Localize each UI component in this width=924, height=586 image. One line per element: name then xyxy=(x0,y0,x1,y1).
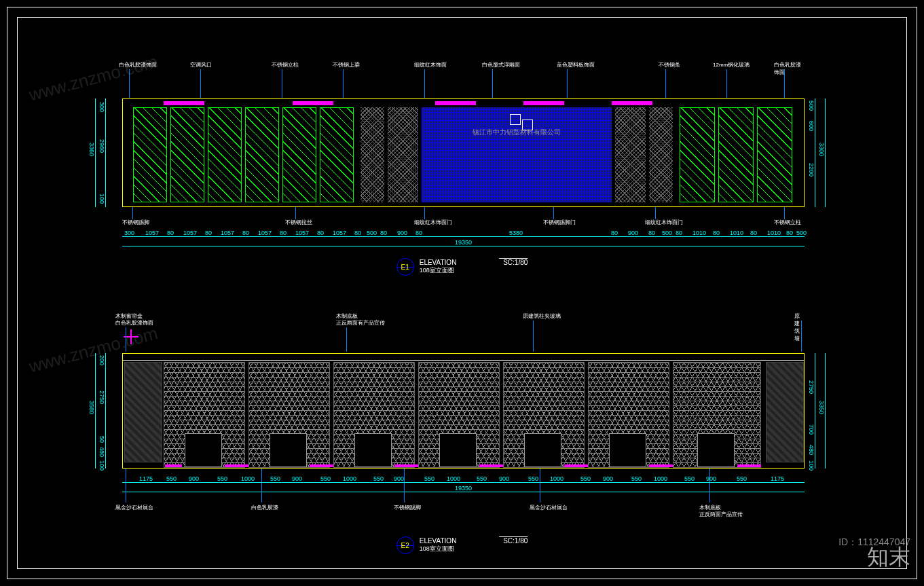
dim-value: 80 xyxy=(280,230,287,236)
callout-label: 不锈钢拉丝 xyxy=(285,219,312,226)
dim-value: 1000 xyxy=(550,475,563,482)
leader-line xyxy=(424,207,425,219)
wood-panel xyxy=(649,107,673,202)
elevation-subtitle: 108室立面图 xyxy=(420,266,528,275)
feature-wall: 镇江市中力铝型材料有限公司 xyxy=(422,107,612,202)
dim-value: 550 xyxy=(166,475,177,482)
dim-value: 300 xyxy=(124,230,134,236)
dim-value: 1000 xyxy=(447,475,460,482)
kick-strip xyxy=(225,464,248,467)
dim-value: 500 xyxy=(796,230,807,236)
dim-value: 900 xyxy=(397,230,407,236)
callout-label: 不锈钢立柱 xyxy=(272,61,299,69)
callout-label: 正反两面有产品宣传 xyxy=(336,319,385,327)
leader-line xyxy=(533,321,534,352)
dim-line xyxy=(122,236,805,237)
ac-vent xyxy=(293,101,333,105)
dim-value: 1057 xyxy=(258,230,272,236)
dim-value: 480 xyxy=(98,447,105,457)
leader-line xyxy=(784,207,785,219)
elevation-tag: E2 xyxy=(401,542,409,549)
leader-line xyxy=(709,469,710,502)
e2-title-block: E2 ELEVATION SC:1/80 108室立面图 xyxy=(396,536,528,554)
leader-line xyxy=(665,69,666,98)
dim-value: 1057 xyxy=(295,230,309,236)
dim-value: 80 xyxy=(713,230,720,236)
dim-value: 2960 xyxy=(98,139,105,153)
elevation-e1: 白色乳胶漆饰面 空调风口 不锈钢立柱 不锈钢上梁 细纹红木饰面 白色显式浮雕面 … xyxy=(122,61,805,258)
dim-line xyxy=(122,246,805,246)
dim-value: 550 xyxy=(580,475,591,482)
dim-value: 1057 xyxy=(333,230,346,236)
dim-value: 550 xyxy=(684,475,695,482)
glass-panel xyxy=(133,107,167,202)
kick-strip xyxy=(737,464,761,467)
dim-value: 500 xyxy=(367,230,377,236)
door-panel xyxy=(388,107,418,202)
leader-line xyxy=(784,69,785,98)
display-bay xyxy=(333,362,415,468)
dim-value: 2200 xyxy=(808,163,815,177)
dim-value: 900 xyxy=(189,475,199,482)
dim-total: 3300 xyxy=(818,143,825,156)
elevation-scale: SC:1/80 xyxy=(499,536,528,545)
display-bay xyxy=(164,362,245,468)
dim-value: 80 xyxy=(676,230,682,236)
dim-value: 500 xyxy=(808,100,815,111)
dim-value: 550 xyxy=(737,475,747,482)
dim-value: 1010 xyxy=(767,230,781,236)
dim-vline xyxy=(95,353,96,469)
dim-value: 550 xyxy=(477,475,487,482)
dim-value: 80 xyxy=(415,230,422,236)
callout-label: 不锈钢踢脚门 xyxy=(543,219,576,226)
callout-label: 原建筑墙 xyxy=(794,312,805,342)
dim-value: 550 xyxy=(217,475,227,482)
elevation-tag: E1 xyxy=(401,263,409,271)
dim-line xyxy=(122,482,805,483)
ac-vent xyxy=(612,101,652,105)
dim-value: 80 xyxy=(786,230,793,236)
display-niche xyxy=(185,433,222,467)
leader-line xyxy=(726,69,727,98)
glass-panel xyxy=(208,107,242,202)
leader-line xyxy=(295,207,296,219)
dim-vline xyxy=(815,353,815,469)
dim-value: 550 xyxy=(528,475,538,482)
dim-value: 80 xyxy=(242,230,249,236)
dim-value: 100 xyxy=(808,460,815,471)
callout-label: 白色乳胶漆饰面 xyxy=(774,61,805,76)
display-niche xyxy=(354,433,392,467)
e1-top-label-row: 白色乳胶漆饰面 空调风口 不锈钢立柱 不锈钢上梁 细纹红木饰面 白色显式浮雕面 … xyxy=(122,61,805,75)
dim-line xyxy=(122,492,805,492)
dim-value: 80 xyxy=(167,230,174,236)
dim-value: 550 xyxy=(373,475,384,482)
leader-line xyxy=(200,69,201,98)
dim-value: 300 xyxy=(98,102,105,112)
dim-value: 550 xyxy=(424,475,435,482)
dim-total: 3580 xyxy=(88,401,95,414)
glass-panel xyxy=(282,107,316,202)
leader-line xyxy=(282,69,282,98)
dim-value: 480 xyxy=(808,445,815,455)
elevation-title: ELEVATION xyxy=(420,537,457,545)
elevation-scale: SC:1/80 xyxy=(499,258,528,266)
dim-vline xyxy=(95,98,96,207)
dim-value: 1175 xyxy=(139,475,153,482)
leader-line xyxy=(655,207,656,219)
elevation-subtitle: 108室立面图 xyxy=(420,545,528,553)
dim-value: 100 xyxy=(98,460,105,471)
callout-label: 不锈钢条 xyxy=(659,61,680,69)
display-bay xyxy=(673,362,761,468)
dim-value: 700 xyxy=(808,424,815,435)
leader-line xyxy=(540,469,540,502)
dim-value: 550 xyxy=(631,475,642,482)
display-niche xyxy=(524,433,561,467)
glass-panel xyxy=(245,107,279,202)
end-panel xyxy=(124,362,162,462)
ac-vent xyxy=(435,101,476,105)
leader-line xyxy=(132,207,133,219)
dim-value: 1000 xyxy=(654,475,667,482)
dim-total: 3350 xyxy=(818,401,825,414)
kick-strip xyxy=(479,464,503,467)
callout-label: 不锈钢踢脚 xyxy=(394,504,421,511)
